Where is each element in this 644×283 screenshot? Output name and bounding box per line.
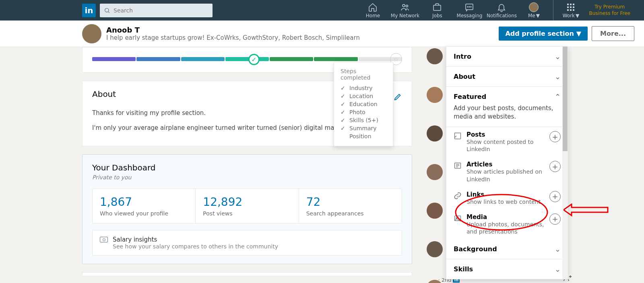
dashboard-stats: 1,867 Who viewed your profile 12,892 Pos… [92, 189, 402, 224]
person-avatar[interactable] [427, 280, 443, 283]
person-avatar[interactable] [427, 125, 443, 142]
bell-icon [497, 2, 506, 12]
nav-jobs-label: Jobs [432, 13, 442, 18]
add-posts-button[interactable]: + [549, 131, 561, 142]
linkedin-logo[interactable]: in [82, 4, 96, 17]
dashboard-card: Your Dashboard Private to you 1,867 Who … [82, 154, 412, 264]
search-box[interactable] [100, 4, 213, 17]
featured-item-sub: Show links to web content [466, 198, 541, 205]
next-card-peek [82, 272, 412, 276]
add-media-button[interactable]: + [549, 213, 561, 225]
strength-progress [92, 57, 402, 61]
nav-work[interactable]: Work▼ [557, 0, 585, 21]
stat-number: 12,892 [203, 195, 291, 209]
search-input[interactable] [114, 7, 208, 14]
media-icon [454, 214, 462, 222]
me-avatar [529, 2, 539, 12]
svg-rect-13 [570, 6, 572, 8]
panel-label: About [454, 73, 475, 80]
panel-background[interactable]: Background ⌄ [446, 239, 568, 259]
featured-item-sub: Upload photos, documents, and presentati… [466, 221, 545, 235]
nav-premium[interactable]: Try Premium Business for Free [585, 0, 634, 21]
add-links-button[interactable]: + [549, 191, 561, 202]
premium-line1: Try Premium [594, 4, 625, 10]
stat-number: 1,867 [100, 195, 188, 209]
featured-item-sub: Show articles published on LinkedIn [466, 168, 545, 183]
panel-label: Background [454, 245, 497, 253]
progress-seg [92, 57, 136, 61]
panel-label: Featured [454, 93, 486, 100]
nav-jobs[interactable]: Jobs [421, 0, 453, 21]
nav-home-label: Home [366, 13, 380, 18]
nav-network-label: My Network [391, 13, 419, 18]
stat-search-appearances[interactable]: 72 Search appearances [299, 189, 402, 223]
caret-down-icon: ▼ [576, 30, 581, 37]
person-avatar[interactable] [427, 164, 443, 180]
salary-sub: See how your salary compares to others i… [113, 243, 278, 250]
person-avatar[interactable] [427, 203, 443, 219]
grid-icon [566, 2, 576, 12]
panel-scrollbar[interactable] [562, 47, 568, 279]
dashboard-heading: Your Dashboard [92, 163, 402, 172]
person-avatar[interactable] [427, 87, 443, 103]
chevron-up-icon: ⌃ [555, 92, 561, 101]
post-icon [454, 132, 462, 140]
step-item: Photo [341, 108, 386, 116]
profile-avatar[interactable] [82, 24, 101, 43]
pencil-icon[interactable] [393, 92, 402, 101]
top-nav: in Home My Network Jobs Messaging Notifi… [0, 0, 644, 21]
nav-home[interactable]: Home [357, 0, 389, 21]
featured-item-title: Posts [466, 131, 545, 138]
featured-item-title: Media [466, 213, 545, 221]
stat-post-views[interactable]: 12,892 Post views [196, 189, 299, 223]
caret-down-icon: ▼ [576, 13, 579, 18]
nav-network[interactable]: My Network [389, 0, 421, 21]
nav-messaging-label: Messaging [457, 13, 483, 18]
profile-sticky-header: Anoob T I help early stage startups grow… [0, 21, 644, 47]
salary-insights-row[interactable]: Salary insights See how your salary comp… [92, 230, 402, 256]
add-articles-button[interactable]: + [549, 161, 561, 172]
premium-line2: Business for Free [589, 10, 630, 17]
svg-rect-16 [570, 9, 572, 11]
person-avatar[interactable] [427, 241, 443, 257]
link-icon [454, 192, 462, 200]
messaging-icon [464, 2, 474, 12]
svg-rect-14 [573, 6, 574, 8]
featured-item-title: Articles [466, 161, 545, 168]
nav-me[interactable]: Me▼ [518, 0, 550, 21]
svg-rect-11 [573, 4, 574, 5]
nav-messaging[interactable]: Messaging [453, 0, 485, 21]
home-icon [368, 2, 378, 12]
panel-about[interactable]: About ⌄ [446, 67, 568, 87]
money-icon [100, 237, 108, 242]
progress-seg [181, 57, 225, 61]
steps-completed-popover: Steps completed Industry Location Educat… [334, 62, 393, 146]
stat-label: Post views [203, 210, 291, 217]
svg-point-0 [105, 8, 109, 12]
add-section-panel: Intro ⌄ About ⌄ Featured ⌃ Add your best… [446, 46, 568, 279]
add-profile-section-button[interactable]: Add profile section ▼ [499, 27, 588, 41]
panel-featured[interactable]: Featured ⌃ Add your best posts, document… [446, 87, 568, 127]
person-avatar[interactable] [427, 48, 443, 64]
panel-intro[interactable]: Intro ⌄ [446, 47, 568, 67]
step-item: Position [341, 132, 386, 140]
svg-line-1 [108, 12, 109, 13]
more-button[interactable]: More... [592, 26, 634, 41]
panel-skills[interactable]: Skills ⌄ [446, 259, 568, 279]
featured-posts: Posts Show content posted to LinkedIn + [446, 127, 568, 157]
svg-point-3 [406, 5, 408, 7]
featured-articles: Articles Show articles published on Link… [446, 157, 568, 187]
progress-seg [225, 57, 269, 61]
featured-item-title: Links [466, 191, 541, 198]
svg-rect-12 [567, 6, 569, 8]
chevron-down-icon: ⌄ [555, 265, 561, 273]
featured-links: Links Show links to web content + [446, 187, 568, 209]
nav-notifications[interactable]: Notifications [485, 0, 518, 21]
stat-who-viewed[interactable]: 1,867 Who viewed your profile [93, 189, 196, 223]
svg-rect-17 [573, 9, 574, 11]
steps-title: Steps completed [341, 68, 386, 81]
featured-media: Media Upload photos, documents, and pres… [446, 209, 568, 239]
svg-rect-4 [433, 5, 441, 10]
search-icon [104, 7, 110, 14]
svg-rect-10 [570, 4, 572, 5]
